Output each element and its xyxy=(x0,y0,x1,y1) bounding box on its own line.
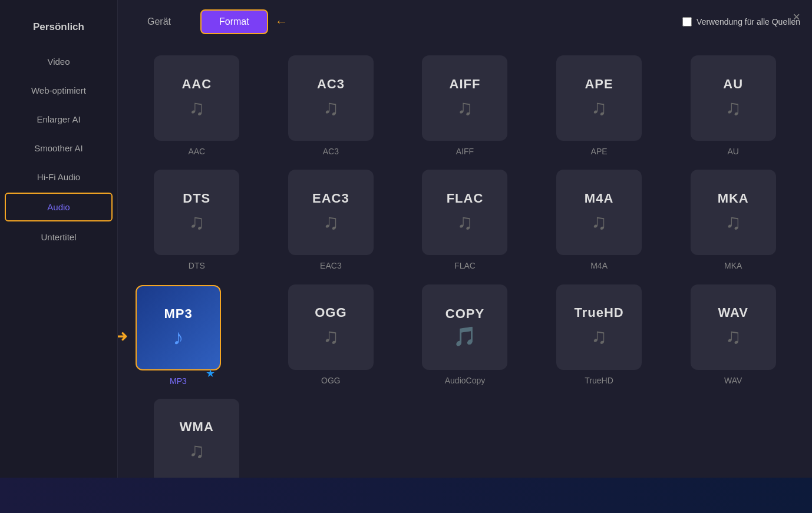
music-icon-mp3: ♪ xyxy=(173,325,184,350)
format-label-mp3: MP3 xyxy=(164,306,192,322)
format-name-mp3: MP3 xyxy=(170,376,187,386)
format-label-ogg: OGG xyxy=(315,305,346,320)
format-item-ogg[interactable]: OGG ♫ OGG xyxy=(270,284,392,387)
music-icon-mka: ♫ xyxy=(725,210,741,234)
format-name-m4a: M4A xyxy=(590,261,608,270)
format-name-eac3: EAC3 xyxy=(320,261,342,270)
format-name-aiff: AIFF xyxy=(456,147,474,156)
format-name-ape: APE xyxy=(591,147,608,156)
format-name-ogg: OGG xyxy=(321,376,341,385)
sidebar-item-persoenlich[interactable]: Persönlich xyxy=(5,13,113,41)
format-name-wav: WAV xyxy=(724,376,742,385)
format-name-dts: DTS xyxy=(189,261,205,270)
format-label-mka: MKA xyxy=(718,191,749,206)
sidebar-item-audio[interactable]: Audio xyxy=(5,193,113,221)
tab-format[interactable]: Format xyxy=(200,9,268,34)
format-item-mka[interactable]: MKA ♫ MKA xyxy=(672,170,794,272)
format-arrow-indicator: ← xyxy=(275,14,288,29)
tab-geraet[interactable]: Gerät xyxy=(130,11,189,33)
format-card-copy[interactable]: COPY 🎵 xyxy=(422,284,507,370)
format-name-copy: AudioCopy xyxy=(445,376,486,385)
format-name-au: AU xyxy=(727,147,738,156)
format-name-aac: AAC xyxy=(188,147,205,156)
format-item-m4a[interactable]: M4A ♫ M4A xyxy=(538,170,661,272)
apply-all-container: Verwendung für alle Quellen xyxy=(682,17,800,27)
music-icon-flac: ♫ xyxy=(457,210,473,234)
format-name-truehd: TrueHD xyxy=(585,376,613,385)
format-label-dts: DTS xyxy=(183,191,210,206)
format-card-ac3[interactable]: AC3 ♫ xyxy=(288,55,374,141)
format-label-flac: FLAC xyxy=(447,191,484,206)
bottom-gradient xyxy=(0,478,812,513)
format-card-mka[interactable]: MKA ♫ xyxy=(691,170,776,255)
sidebar-item-untertitel[interactable]: Untertitel xyxy=(5,224,113,250)
format-name-mka: MKA xyxy=(724,261,742,270)
format-card-m4a[interactable]: M4A ♫ xyxy=(556,170,642,255)
format-card-flac[interactable]: FLAC ♫ xyxy=(422,170,507,255)
format-item-eac3[interactable]: EAC3 ♫ EAC3 xyxy=(270,170,392,272)
format-label-m4a: M4A xyxy=(585,191,613,206)
music-icon-ac3: ♫ xyxy=(323,95,339,120)
mp3-star-badge: ★ xyxy=(206,367,215,380)
music-icon-ape: ♫ xyxy=(591,95,607,120)
format-card-au[interactable]: AU ♫ xyxy=(691,55,776,141)
app-container: Persönlich Video Web-optimiert Enlarger … xyxy=(0,0,812,513)
apply-all-label: Verwendung für alle Quellen xyxy=(697,17,800,27)
format-card-ape[interactable]: APE ♫ xyxy=(556,55,642,141)
format-item-ac3[interactable]: AC3 ♫ AC3 xyxy=(270,55,392,158)
format-label-copy: COPY xyxy=(445,306,484,322)
format-label-aiff: AIFF xyxy=(450,77,481,92)
format-card-wma[interactable]: WMA ♫ xyxy=(154,399,239,484)
format-item-mp3-wrapper: ➜ MP3 ♪ ★ MP3 xyxy=(136,284,258,387)
format-label-wma: WMA xyxy=(180,419,214,435)
music-icon-ogg: ♫ xyxy=(323,324,339,349)
format-name-ac3: AC3 xyxy=(323,147,339,156)
format-card-aiff[interactable]: AIFF ♫ xyxy=(422,55,507,141)
format-card-eac3[interactable]: EAC3 ♫ xyxy=(288,170,374,255)
format-item-dts[interactable]: DTS ♫ DTS xyxy=(136,170,258,272)
apply-all-checkbox[interactable] xyxy=(682,17,692,27)
format-item-copy[interactable]: COPY 🎵 AudioCopy xyxy=(404,284,526,387)
music-icon-aiff: ♫ xyxy=(457,95,473,120)
format-item-mp3[interactable]: MP3 ♪ ★ MP3 xyxy=(136,285,221,386)
format-card-aac[interactable]: AAC ♫ xyxy=(154,55,239,141)
sidebar-item-web-optimiert[interactable]: Web-optimiert xyxy=(5,77,113,104)
format-card-truehd[interactable]: TrueHD ♫ xyxy=(556,284,642,370)
format-label-truehd: TrueHD xyxy=(574,305,623,320)
format-item-truehd[interactable]: TrueHD ♫ TrueHD xyxy=(538,284,661,387)
format-item-ape[interactable]: APE ♫ APE xyxy=(538,55,661,158)
music-icon-wma: ♫ xyxy=(189,438,204,463)
main-area: Gerät Format ← Verwendung für alle Quell… xyxy=(118,0,812,513)
music-icon-au: ♫ xyxy=(725,95,741,120)
format-name-flac: FLAC xyxy=(454,261,476,270)
top-bar: Gerät Format ← Verwendung für alle Quell… xyxy=(118,0,812,44)
sidebar-item-smoother-ai[interactable]: Smoother AI xyxy=(5,135,113,161)
format-card-ogg[interactable]: OGG ♫ xyxy=(288,284,374,370)
format-label-ape: APE xyxy=(585,77,613,92)
sidebar-item-enlarger-ai[interactable]: Enlarger AI xyxy=(5,106,113,133)
music-icon-truehd: ♫ xyxy=(591,324,607,349)
sidebar-item-hi-fi-audio[interactable]: Hi-Fi Audio xyxy=(5,164,113,190)
format-grid: AAC ♫ AAC AC3 ♫ AC3 AIFF ♫ AIFF xyxy=(118,44,812,513)
format-label-au: AU xyxy=(723,77,743,92)
music-icon-copy: 🎵 xyxy=(453,325,477,347)
format-card-mp3[interactable]: MP3 ♪ ★ xyxy=(136,285,221,370)
format-item-au[interactable]: AU ♫ AU xyxy=(672,55,794,158)
music-icon-m4a: ♫ xyxy=(591,210,607,234)
format-card-wav[interactable]: WAV ♫ xyxy=(691,284,776,370)
format-item-flac[interactable]: FLAC ♫ FLAC xyxy=(404,170,526,272)
mp3-arrow-indicator: ➜ xyxy=(118,326,128,345)
sidebar-item-video[interactable]: Video xyxy=(5,48,113,75)
music-icon-wav: ♫ xyxy=(725,324,741,349)
format-label-wav: WAV xyxy=(718,305,748,320)
close-button[interactable]: × xyxy=(793,9,800,25)
format-card-dts[interactable]: DTS ♫ xyxy=(154,170,239,255)
format-label-aac: AAC xyxy=(181,77,212,92)
format-label-ac3: AC3 xyxy=(317,77,345,92)
music-icon-eac3: ♫ xyxy=(323,210,339,234)
music-icon-dts: ♫ xyxy=(189,210,204,234)
format-label-eac3: EAC3 xyxy=(312,191,349,206)
format-item-aac[interactable]: AAC ♫ AAC xyxy=(136,55,258,158)
format-item-aiff[interactable]: AIFF ♫ AIFF xyxy=(404,55,526,158)
format-item-wav[interactable]: WAV ♫ WAV xyxy=(672,284,794,387)
